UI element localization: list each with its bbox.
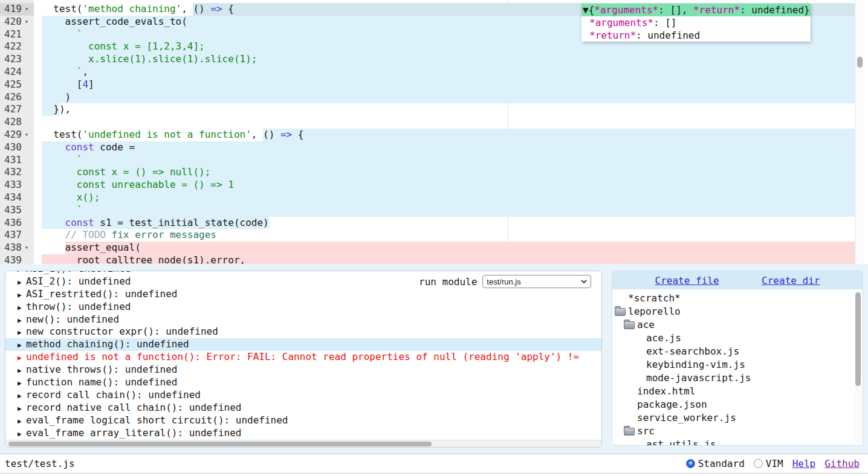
code-line-436[interactable]: const s1 = test_initial_state(code): [34, 217, 855, 230]
calltree-item[interactable]: ▶record call chain(): undefined: [18, 389, 601, 402]
scrollbar-thumb[interactable]: [8, 442, 432, 446]
tree-file-package-json[interactable]: package.json: [612, 398, 863, 411]
calltree-item[interactable]: ▶new(): undefined: [18, 314, 601, 326]
code-line-439[interactable]: root_calltree_node(s1).error,: [34, 254, 855, 264]
line-number: 420: [0, 16, 22, 28]
tree-file-index-html[interactable]: index.html: [612, 385, 863, 398]
keybinding-option-standard[interactable]: Standard: [686, 458, 745, 469]
calltree-item[interactable]: ▶native throws(): undefined: [18, 364, 601, 376]
create-dir-button[interactable]: Create dir: [762, 275, 820, 286]
tree-folder-leporello[interactable]: leporello: [612, 305, 863, 318]
code-line-427[interactable]: }),: [34, 103, 855, 116]
files-vertical-scrollbar[interactable]: [855, 291, 861, 444]
fold-toggle-icon[interactable]: ▾: [22, 129, 31, 141]
expand-arrow-icon[interactable]: ▶: [18, 378, 26, 390]
line-number: 427: [0, 103, 22, 116]
tree-file-mode-javascript-js[interactable]: mode-javascript.js: [612, 371, 863, 385]
keybinding-option-vim[interactable]: VIM: [754, 458, 783, 469]
code-line-431[interactable]: `: [34, 154, 855, 167]
expand-arrow-icon[interactable]: ▶: [18, 277, 26, 289]
tree-file-ace-js[interactable]: ace.js: [612, 332, 863, 345]
line-number: 438: [0, 242, 22, 254]
calltree-item[interactable]: ▶ASI_restrited(): undefined: [18, 288, 601, 301]
code-line-432[interactable]: const x = () => null();: [34, 166, 855, 179]
calltree-item-label: ASI_restrited(): undefined: [26, 288, 177, 300]
calltree-item[interactable]: ▶throw(): undefined: [18, 301, 601, 314]
tree-file-scratch[interactable]: *scratch*: [612, 292, 863, 305]
tooltip-header[interactable]: ▼{*arguments*: [], *return*: undefined}: [581, 4, 811, 16]
scrollbar-thumb[interactable]: [855, 292, 861, 386]
run-module-select[interactable]: test/run.js: [482, 275, 591, 288]
expand-arrow-icon[interactable]: ▶: [18, 352, 26, 365]
code-line-437[interactable]: // TODO fix error messages: [34, 229, 855, 242]
code-text: const unreachable = () => 1: [34, 179, 855, 191]
code-line-426[interactable]: ): [34, 91, 855, 104]
line-number: 434: [0, 191, 22, 204]
line-number: 425: [0, 79, 22, 91]
file-tree[interactable]: *scratch*leporelloaceace.jsext-searchbox…: [612, 289, 863, 446]
gutter-line: 421: [0, 28, 34, 41]
expand-arrow-icon[interactable]: ▶: [18, 428, 26, 440]
expand-arrow-icon[interactable]: ▶: [18, 416, 26, 428]
code-editor[interactable]: 419▾420▾421422423424425426427428429▾4304…: [0, 0, 868, 264]
expand-arrow-icon[interactable]: ▶: [18, 327, 26, 339]
help-link[interactable]: Help: [792, 458, 816, 469]
calltree-list[interactable]: ▶ASI_1(): undefined▶ASI_2(): undefined▶A…: [5, 271, 601, 440]
calltree-item[interactable]: ▶record native call chain(): undefined: [18, 402, 601, 414]
expand-arrow-icon[interactable]: ▶: [18, 339, 26, 352]
run-module-control: run module test/run.js: [419, 275, 591, 288]
line-number: 436: [0, 217, 22, 230]
calltree-item[interactable]: ▶method chaining(): undefined: [5, 338, 601, 351]
tree-folder-ace[interactable]: ace: [612, 318, 863, 332]
create-file-button[interactable]: Create file: [655, 275, 719, 286]
code-line-423[interactable]: x.slice(1).slice(1).slice(1);: [34, 53, 855, 66]
tree-item-label: package.json: [637, 398, 707, 411]
tree-file-ast-utils-js[interactable]: ast_utils.js: [612, 438, 863, 446]
expand-arrow-icon[interactable]: ▶: [18, 390, 26, 403]
editor-vertical-scrollbar[interactable]: [855, 0, 864, 264]
expand-arrow-icon[interactable]: ▶: [18, 302, 26, 315]
github-link[interactable]: Github: [824, 458, 860, 469]
code-line-430[interactable]: const code =: [34, 141, 855, 154]
line-number: 421: [0, 28, 22, 41]
code-line-424[interactable]: `,: [34, 66, 855, 79]
radio-selected-icon[interactable]: [686, 459, 695, 468]
tooltip-entry[interactable]: *arguments*: []: [581, 16, 811, 29]
radio-unselected-icon[interactable]: [754, 459, 763, 468]
scrollbar-thumb[interactable]: [857, 57, 863, 68]
tree-file-keybinding-vim-js[interactable]: keybinding-vim.js: [612, 358, 863, 371]
line-number: 439: [0, 254, 22, 264]
code-line-428[interactable]: [34, 116, 855, 129]
calltree-item[interactable]: ▶eval_frame array_literal(): undefined: [18, 427, 601, 440]
tree-file-ext-searchbox-js[interactable]: ext-searchbox.js: [612, 345, 863, 358]
fold-toggle-icon[interactable]: ▾: [22, 16, 31, 28]
code-line-425[interactable]: [4]: [34, 79, 855, 91]
tree-folder-src[interactable]: src: [612, 425, 863, 438]
tooltip-entry[interactable]: *return*: undefined: [581, 29, 811, 42]
code-line-433[interactable]: const unreachable = () => 1: [34, 179, 855, 191]
eval-result-tooltip[interactable]: ▼{*arguments*: [], *return*: undefined} …: [581, 4, 811, 42]
calltree-item[interactable]: ▶new constructor expr(): undefined: [18, 326, 601, 338]
code-text: const s1 = test_initial_state(code): [34, 217, 855, 230]
code-line-429[interactable]: test('undefined is not a function', () =…: [34, 129, 855, 141]
expand-arrow-icon[interactable]: ▶: [18, 403, 26, 416]
gutter-line: 437: [0, 229, 34, 242]
code-line-422[interactable]: const x = [1,2,3,4];: [34, 40, 855, 53]
code-line-438[interactable]: assert_equal(: [34, 242, 855, 254]
calltree-horizontal-scrollbar[interactable]: [5, 440, 601, 447]
calltree-item[interactable]: ▶function name(): undefined: [18, 376, 601, 389]
fold-toggle-icon[interactable]: ▾: [22, 3, 31, 16]
calltree-item[interactable]: ▶eval_frame logical short circuit(): und…: [18, 414, 601, 427]
line-number: 424: [0, 66, 22, 79]
expand-arrow-icon[interactable]: ▶: [18, 365, 26, 378]
code-line-435[interactable]: `: [34, 204, 855, 217]
tree-file-service-worker-js[interactable]: service_worker.js: [612, 411, 863, 425]
gutter-line: 430: [0, 141, 34, 154]
expand-arrow-icon[interactable]: ▶: [18, 315, 26, 327]
fold-toggle-icon[interactable]: ▾: [22, 242, 31, 254]
calltree-item[interactable]: ▶undefined is not a function(): Error: F…: [18, 351, 601, 364]
code-line-434[interactable]: x();: [34, 191, 855, 204]
line-number: 431: [0, 154, 22, 167]
expand-arrow-icon[interactable]: ▶: [18, 289, 26, 302]
gutter-line: 422: [0, 40, 34, 53]
